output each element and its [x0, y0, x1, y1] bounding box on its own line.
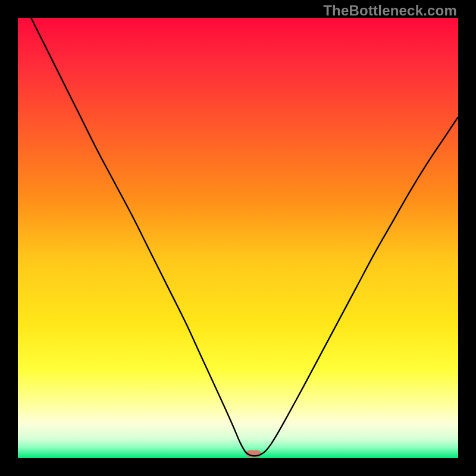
- gradient-background: [18, 18, 458, 458]
- bottleneck-chart: [18, 18, 458, 458]
- chart-container: [18, 18, 458, 458]
- watermark-label: TheBottleneck.com: [323, 2, 457, 19]
